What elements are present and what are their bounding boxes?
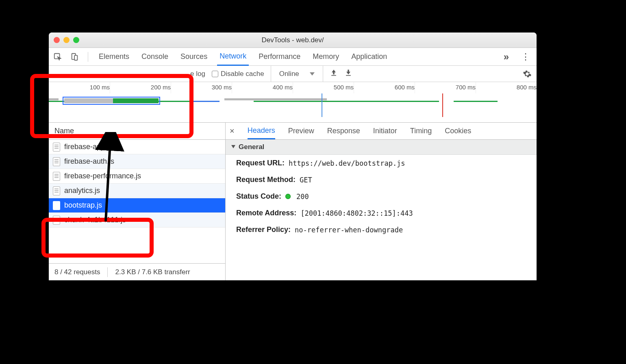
file-icon: [53, 143, 60, 152]
detail-tab-response[interactable]: Response: [327, 124, 360, 139]
status-bar: 8 / 42 requests 2.3 KB / 7.6 KB transfer…: [49, 263, 225, 280]
chevron-down-icon: [310, 72, 315, 76]
disable-cache-checkbox[interactable]: Disable cache: [212, 70, 264, 78]
inspect-icon[interactable]: [53, 52, 63, 62]
close-window-button[interactable]: [54, 37, 60, 43]
devtools-window: DevTools - web.dev/ Elements Console Sou…: [49, 32, 537, 280]
list-item[interactable]: firebase-performance.js: [49, 169, 225, 184]
settings-gear-icon[interactable]: [523, 69, 532, 78]
close-detail-button[interactable]: ×: [230, 126, 235, 136]
status-ok-icon: [285, 194, 291, 199]
file-icon: [53, 201, 60, 210]
detail-tab-headers[interactable]: Headers: [248, 123, 275, 139]
request-name: bootstrap.js: [64, 201, 102, 210]
file-icon: [53, 186, 60, 195]
file-icon: [53, 216, 60, 225]
kv-remote-address: Remote Address:[2001:4860:4802:32::15]:4…: [226, 205, 537, 221]
domcontentloaded-marker: [322, 93, 322, 117]
time-mark: 700 ms: [456, 84, 476, 91]
disclosure-triangle-icon: [231, 145, 235, 148]
request-name: firebase-performance.js: [64, 172, 141, 180]
time-mark: 300 ms: [212, 84, 232, 91]
tab-performance[interactable]: Performance: [256, 48, 303, 65]
timeline-overview[interactable]: 100 ms 200 ms 300 ms 400 ms 500 ms 600 m…: [49, 82, 537, 123]
minimize-window-button[interactable]: [63, 37, 70, 43]
traffic-lights: [54, 37, 79, 43]
general-section-header[interactable]: General: [226, 140, 537, 155]
time-mark: 500 ms: [334, 84, 354, 91]
list-item[interactable]: firebase-auth.js: [49, 154, 225, 169]
time-mark: 200 ms: [151, 84, 171, 91]
kv-request-method: Request Method:GET: [226, 171, 537, 188]
kv-request-url: Request URL:https://web.dev/bootstrap.js: [226, 155, 537, 171]
svg-rect-3: [331, 75, 336, 76]
time-mark: 100 ms: [90, 84, 110, 91]
tab-application[interactable]: Application: [349, 48, 389, 65]
preserve-log-label[interactable]: e log: [190, 70, 205, 78]
status-transfer: 2.3 KB / 7.6 KB transferr: [115, 268, 190, 276]
download-har-icon[interactable]: [344, 69, 352, 79]
request-name: firebase-auth.js: [64, 157, 114, 166]
load-marker: [442, 93, 443, 117]
tab-network[interactable]: Network: [217, 48, 249, 66]
request-name: analytics.js: [64, 186, 100, 195]
file-icon: [53, 172, 60, 181]
list-item[interactable]: analytics.js: [49, 184, 225, 198]
svg-rect-2: [74, 55, 77, 60]
zoom-window-button[interactable]: [73, 37, 79, 43]
column-header-name[interactable]: Name: [49, 123, 225, 140]
tab-sources[interactable]: Sources: [178, 48, 210, 65]
request-name: firebase-app.js: [64, 143, 112, 151]
list-item[interactable]: chunk-4a1b4111.js: [49, 213, 225, 228]
detail-tab-cookies[interactable]: Cookies: [445, 124, 471, 139]
list-item-selected[interactable]: bootstrap.js: [49, 198, 225, 213]
file-icon: [53, 157, 60, 166]
time-mark: 400 ms: [273, 84, 293, 91]
window-title: DevTools - web.dev/: [261, 36, 324, 44]
throttle-select[interactable]: Online: [271, 66, 323, 82]
upload-har-icon[interactable]: [330, 69, 338, 79]
device-toggle-icon[interactable]: [70, 52, 80, 62]
more-tabs-button[interactable]: »: [501, 51, 511, 63]
request-detail-pane: × Headers Preview Response Initiator Tim…: [226, 123, 537, 280]
tab-memory[interactable]: Memory: [310, 48, 341, 65]
kv-referrer-policy: Referrer Policy:no-referrer-when-downgra…: [226, 221, 537, 238]
detail-tab-timing[interactable]: Timing: [410, 124, 432, 139]
timeline-selection[interactable]: [63, 97, 160, 105]
status-requests: 8 / 42 requests: [54, 268, 100, 276]
titlebar: DevTools - web.dev/: [49, 32, 537, 48]
detail-tab-initiator[interactable]: Initiator: [373, 124, 397, 139]
network-toolbar: e log Disable cache Online: [49, 66, 537, 82]
time-mark: 600 ms: [395, 84, 415, 91]
tab-elements[interactable]: Elements: [96, 48, 132, 65]
panel-tabs: Elements Console Sources Network Perform…: [49, 48, 537, 66]
request-list[interactable]: firebase-app.js firebase-auth.js firebas…: [49, 140, 225, 263]
tab-console[interactable]: Console: [139, 48, 171, 65]
detail-tab-preview[interactable]: Preview: [288, 124, 314, 139]
request-name: chunk-4a1b4111.js: [64, 216, 126, 224]
timeline-ruler: 100 ms 200 ms 300 ms 400 ms 500 ms 600 m…: [49, 82, 537, 93]
request-list-pane: Name firebase-app.js firebase-auth.js fi…: [49, 123, 226, 280]
detail-tabs: × Headers Preview Response Initiator Tim…: [226, 123, 537, 140]
svg-rect-4: [346, 75, 351, 76]
kv-status-code: Status Code:200: [226, 188, 537, 205]
kebab-menu-button[interactable]: ⋮: [519, 52, 533, 62]
time-mark: 800 ms: [517, 84, 537, 91]
list-item[interactable]: firebase-app.js: [49, 140, 225, 154]
